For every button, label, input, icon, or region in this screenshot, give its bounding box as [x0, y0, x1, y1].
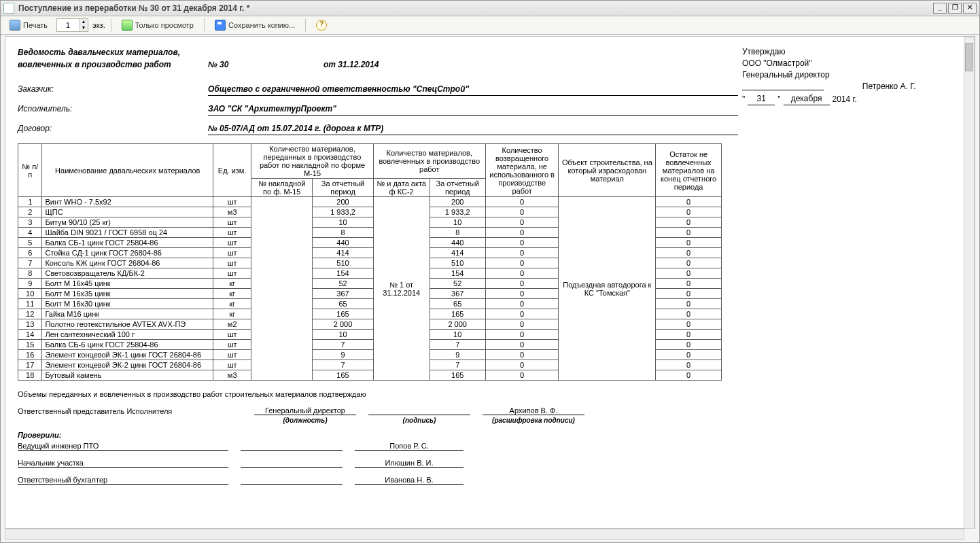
- col-in-period: За отчетный период: [313, 179, 373, 197]
- check1-name: Попов Р. С.: [355, 442, 463, 451]
- app-window: Поступление из переработки № 30 от 31 де…: [0, 0, 980, 543]
- check2-sign: [241, 459, 343, 468]
- report-sheet: Ведомость давальческих материалов, вовле…: [5, 37, 975, 505]
- spin-up-button[interactable]: ▲: [79, 19, 88, 25]
- position-caption: (должность): [254, 417, 356, 424]
- save-copy-button[interactable]: Сохранить копию...: [210, 18, 300, 33]
- copies-spinner[interactable]: ▲ ▼: [56, 18, 88, 32]
- report-title-2: вовлеченных в производство работ: [18, 58, 208, 71]
- view-only-label: Только просмотр: [135, 21, 194, 29]
- save-copy-label: Сохранить копию...: [228, 21, 295, 29]
- col-unit: Ед. изм.: [213, 144, 251, 197]
- document-area[interactable]: Ведомость давальческих материалов, вовле…: [5, 36, 975, 529]
- signature-line: [368, 406, 470, 415]
- merged-object: Подъездная автодорога к КС "Томская": [559, 197, 656, 381]
- copies-unit-label: экз.: [92, 21, 105, 29]
- col-remain: Остаток не вовлеченных материалов на кон…: [656, 144, 722, 197]
- contractor-label: Исполнитель:: [18, 103, 208, 116]
- window-title: Поступление из переработки № 30 от 31 де…: [18, 3, 249, 13]
- print-label: Печать: [23, 21, 48, 29]
- position-value: Генеральный директор: [254, 406, 356, 415]
- name-value: Архипов В. Ф.: [483, 406, 584, 415]
- help-icon: ?: [316, 20, 327, 31]
- col-name: Наименование давальческих материалов: [42, 144, 213, 197]
- customer-value: Общество с ограниченной ответственностью…: [208, 83, 738, 96]
- approve-line1: Утверждаю: [742, 46, 857, 58]
- contractor-value: ЗАО "СК "АрхитектурПроект": [208, 103, 738, 116]
- report-number: № 30: [208, 58, 323, 71]
- col-used-period: За отчетный период: [430, 179, 485, 197]
- materials-table: № п/п Наименование давальческих материал…: [18, 143, 722, 381]
- merged-invoice-no: [251, 197, 313, 381]
- col-act-no: № и дата акта ф КС-2: [373, 179, 430, 197]
- print-icon: [10, 20, 20, 31]
- col-qty-used: Количество материалов, вовлеченных в про…: [373, 144, 485, 179]
- approval-block: Утверждаю ООО "Олмастрой" Генеральный ди…: [742, 46, 857, 105]
- signature-caption: (подпись): [368, 417, 470, 424]
- approve-month: декабря: [784, 93, 830, 105]
- copies-input[interactable]: [57, 20, 79, 30]
- report-title-1: Ведомость давальческих материалов,: [18, 46, 208, 58]
- approve-line3: Генеральный директор: [742, 69, 857, 81]
- col-qty-in: Количество материалов, переданных в прои…: [251, 144, 373, 179]
- approve-year: 2014 г.: [833, 94, 857, 105]
- horizontal-scrollbar[interactable]: [5, 529, 964, 540]
- checked-title: Проверили:: [18, 431, 962, 439]
- close-button[interactable]: ✕: [963, 3, 977, 14]
- check1-sign: [241, 442, 343, 451]
- scrollbar-thumb[interactable]: [965, 43, 973, 71]
- resp-label: Ответственный представитель Исполнителя: [18, 407, 242, 415]
- document-icon: [3, 3, 14, 14]
- help-button[interactable]: ?: [311, 18, 332, 33]
- contract-value: № 05-07/АД от 15.07.2014 г. (дорога к МТ…: [208, 122, 738, 135]
- check3-sign: [241, 476, 343, 485]
- approve-person: Петренко А. Г.: [862, 46, 916, 91]
- customer-label: Заказчик:: [18, 83, 208, 96]
- check1-role: Ведущий инженер ПТО: [18, 442, 228, 451]
- check2-name: Илюшин В. И.: [355, 459, 463, 468]
- col-object: Объект строительства, на который израсхо…: [559, 144, 656, 197]
- titlebar: Поступление из переработки № 30 от 31 де…: [1, 1, 979, 16]
- check3-name: Иванова Н. В.: [355, 476, 463, 485]
- name-caption: (расшифровка подписи): [483, 417, 584, 424]
- restore-button[interactable]: ❐: [948, 3, 962, 14]
- merged-act-no: № 1 от 31.12.2014: [373, 197, 430, 381]
- approve-line2: ООО "Олмастрой": [742, 58, 857, 69]
- spin-down-button[interactable]: ▼: [79, 25, 88, 31]
- print-button[interactable]: Печать: [5, 18, 52, 33]
- col-invoice-no: № накладной по ф. М-15: [251, 179, 313, 197]
- col-qty-ret: Количество возвращенного материала, не и…: [485, 144, 559, 197]
- confirm-text: Объемы переданных и вовлеченных в произв…: [18, 390, 962, 398]
- toolbar-separator: [204, 18, 205, 32]
- vertical-scrollbar[interactable]: [964, 37, 975, 529]
- toolbar: Печать ▲ ▼ экз. Только просмотр Сохранит…: [1, 16, 979, 35]
- col-num: № п/п: [18, 144, 42, 197]
- table-row: 1Винт WHO - 7.5х92шт200№ 1 от 31.12.2014…: [18, 197, 722, 207]
- save-icon: [215, 20, 226, 31]
- view-only-button[interactable]: Только просмотр: [117, 18, 198, 33]
- check3-role: Ответственный бухгалтер: [18, 476, 228, 485]
- contract-label: Договор:: [18, 122, 208, 135]
- toolbar-separator: [305, 18, 306, 32]
- approve-sign-line: [742, 80, 824, 90]
- view-icon: [122, 20, 133, 31]
- toolbar-separator: [111, 18, 111, 32]
- check2-role: Начальник участка: [18, 459, 228, 468]
- minimize-button[interactable]: _: [933, 3, 947, 14]
- approve-day: 31: [748, 93, 775, 105]
- report-date: от 31.12.2014: [323, 58, 575, 71]
